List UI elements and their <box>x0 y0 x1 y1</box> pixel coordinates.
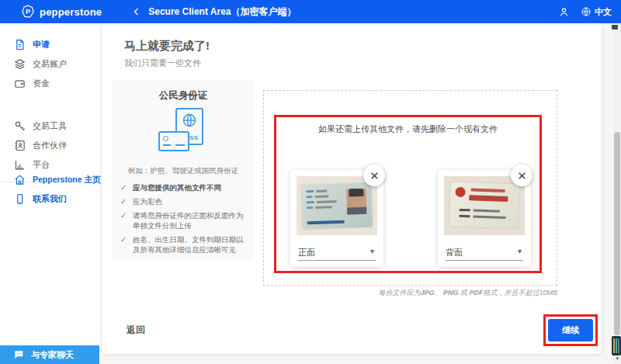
id-card-icon <box>158 131 189 151</box>
document-type-heading: 公民身份证 <box>113 89 254 102</box>
wallet-icon <box>14 78 26 89</box>
remove-front-file-button[interactable] <box>363 165 385 186</box>
account-icon[interactable] <box>558 6 570 18</box>
phone-icon <box>14 193 26 205</box>
layers-icon <box>14 58 26 70</box>
checklist-item: 姓名、出生日期、文件到期日期以及所有其他详细信息应清晰可见 <box>120 234 249 255</box>
side-select-value: 背面 <box>446 247 463 258</box>
home-icon <box>14 174 26 185</box>
document-icon <box>14 39 26 50</box>
language-label: 中文 <box>595 6 612 18</box>
back-button[interactable]: 返回 <box>127 324 145 337</box>
logo-wordmark: pepperstone <box>40 6 102 18</box>
page-header-title: Secure Client Area（加密客户端） <box>148 5 296 19</box>
bar-chart-icon <box>14 159 26 171</box>
top-header: P pepperstone Secure Client Area（加密客户端） <box>0 0 621 23</box>
checklist-item: 应为彩色 <box>120 196 249 206</box>
chat-label: 与专家聊天 <box>31 349 74 361</box>
scrollbar-thumb[interactable] <box>614 132 620 335</box>
checklist-item: 请将您身份证件的正面和反面作为单独文件分别上传 <box>120 210 249 231</box>
sidebar-item-label: 联系我们 <box>33 193 67 205</box>
upload-limit-message: 如果还需上传其他文件，请先删除一个现有文件 <box>276 123 539 135</box>
remove-back-file-button[interactable] <box>511 165 533 186</box>
scrollbar-down-arrow[interactable]: ▾ <box>616 355 619 362</box>
sidebar-item-partners[interactable]: 合作伙伴 <box>0 136 101 155</box>
sidebar-item-label: 交易账户 <box>33 58 67 70</box>
side-select-value: 正面 <box>298 247 315 258</box>
pepperstone-logo[interactable]: P pepperstone <box>21 5 102 19</box>
side-select-back[interactable]: 背面 <box>446 245 523 261</box>
sidebar-item-label: 资金 <box>33 78 50 89</box>
document-example-text: 例如：护照、驾驶证或国民身份证 <box>113 166 254 176</box>
sidebar-item-label: 合作伙伴 <box>33 140 67 151</box>
checklist-item: 应与您提供的其他文件不同 <box>120 182 249 192</box>
upload-dropzone[interactable]: 如果还需上传其他文件，请先删除一个现有文件 <box>263 90 557 286</box>
continue-highlight-box: 继续 <box>543 314 598 346</box>
page-title: 马上就要完成了! <box>124 39 210 54</box>
contacts-icon <box>14 140 26 151</box>
side-select-front[interactable]: 正面 <box>298 245 376 261</box>
page-subtitle: 我们只需要一些文件 <box>124 57 201 69</box>
file-format-note: 每份文件应为JPG、 PNG 或 PDF格式，并且不超过10MB <box>263 288 557 298</box>
chat-with-expert-button[interactable]: 与专家聊天 <box>0 345 99 364</box>
pepperstone-logo-icon: P <box>21 5 35 19</box>
globe-icon <box>581 6 592 17</box>
continue-button[interactable]: 继续 <box>548 319 593 341</box>
passport-icon: PASS <box>158 108 208 159</box>
main-content-panel: 马上就要完成了! 我们只需要一些文件 公民身份证 PASS 例如：护照、驾驶证 <box>102 23 602 354</box>
secure-client-area-page: P pepperstone Secure Client Area（加密客户端） <box>0 0 621 364</box>
upload-limit-highlight-box: 如果还需上传其他文件，请先删除一个现有文件 <box>274 115 542 273</box>
sidebar-item-label: 交易工具 <box>33 120 67 132</box>
sidebar-item-contact-us[interactable]: 联系我们 <box>0 189 101 209</box>
language-switcher[interactable]: 中文 <box>581 6 612 18</box>
requirements-checklist: 应与您提供的其他文件不同 应为彩色 请将您身份证件的正面和反面作为单独文件分别上… <box>120 182 249 258</box>
id-back-thumbnail <box>444 176 525 235</box>
sidebar-item-label: 申请 <box>33 39 50 50</box>
sidebar-nav: 申请 交易账户 资金 <box>0 23 101 364</box>
edge-overlay-icon <box>612 25 618 29</box>
sidebar-item-label: 平台 <box>33 159 50 171</box>
document-info-panel: 公民身份证 PASS 例如：护照、驾驶证或国民身份证 应与您提供的其他文件不同 <box>113 80 254 260</box>
svg-text:P: P <box>26 8 30 16</box>
edge-widget-badge <box>612 336 621 355</box>
sidebar-item-application[interactable]: 申请 <box>0 35 101 54</box>
back-chevron-icon[interactable] <box>130 5 144 19</box>
sidebar-item-pepperstone-home[interactable]: Pepperstone 主页 <box>0 170 101 189</box>
sidebar-item-funds[interactable]: 资金 <box>0 74 101 93</box>
chat-bubble-icon <box>13 349 24 360</box>
key-icon <box>14 120 26 132</box>
id-front-thumbnail <box>297 176 377 235</box>
sidebar-item-trading-tools[interactable]: 交易工具 <box>0 116 101 136</box>
sidebar-item-trading-accounts[interactable]: 交易账户 <box>0 54 101 74</box>
sidebar-item-label: Pepperstone 主页 <box>33 175 101 185</box>
